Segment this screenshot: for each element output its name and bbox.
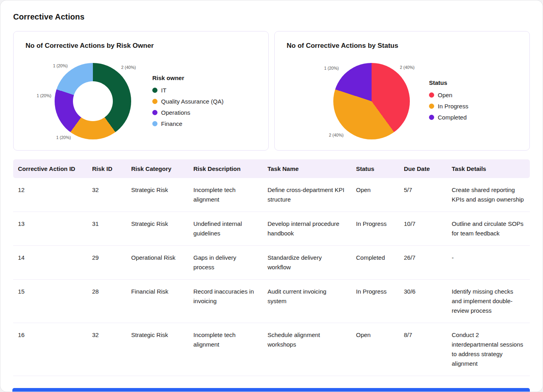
table-row: 1429Operational RiskGaps in delivery pro… (13, 246, 530, 280)
legend-color-dot (152, 88, 157, 93)
table-cell: 30/6 (399, 280, 447, 323)
charts-row: No of Corrective Actions by Risk Owner 2… (13, 31, 530, 151)
table-cell: 32 (87, 323, 126, 376)
legend-color-dot (152, 121, 157, 126)
legend-item-label: Open (438, 92, 452, 98)
column-header-task-details: Task Details (447, 159, 530, 178)
legend-title: Risk owner (152, 74, 224, 81)
column-header-task-name: Task Name (263, 159, 351, 178)
table-cell: 26/7 (399, 246, 447, 280)
table-body: 1232Strategic RiskIncomplete tech alignm… (13, 178, 530, 376)
table-cell: Financial Risk (126, 280, 189, 323)
table-cell: Open (351, 323, 399, 376)
slice-label: 1 (20%) (56, 135, 71, 140)
table-cell: Completed (351, 246, 399, 280)
risk-owner-legend: Risk owner IT Quality Assurance (QA) Ope… (152, 74, 224, 131)
table-cell: Open (351, 178, 399, 212)
risk-owner-donut-chart[interactable] (55, 63, 131, 139)
table-row: 1632Strategic RiskIncomplete tech alignm… (13, 323, 530, 376)
corrective-actions-table-wrap: Corrective Action ID Risk ID Risk Catego… (13, 159, 530, 376)
slice-label: 1 (20%) (324, 66, 339, 71)
slice-label: 1 (20%) (53, 63, 68, 68)
slice-label: 1 (20%) (37, 93, 51, 98)
table-cell: - (447, 246, 530, 280)
table-cell: 12 (13, 178, 87, 212)
table-cell: Incomplete tech alignment (189, 178, 263, 212)
table-cell: Conduct 2 interdepartmental sessions to … (447, 323, 530, 376)
table-cell: 15 (13, 280, 87, 323)
legend-color-dot (152, 110, 157, 115)
table-cell: Strategic Risk (126, 212, 189, 246)
table-cell: 32 (87, 178, 126, 212)
table-cell: 5/7 (399, 178, 447, 212)
column-header-risk-id: Risk ID (87, 159, 126, 178)
table-cell: Record inaccuracies in invoicing (189, 280, 263, 323)
table-cell: 29 (87, 246, 126, 280)
legend-item[interactable]: Completed (429, 114, 468, 121)
table-cell: Audit current invoicing system (263, 280, 351, 323)
table-cell: Undefined internal guidelines (189, 212, 263, 246)
chart-title: No of Corrective Actions by Status (275, 31, 529, 50)
slice-label: 2 (40%) (121, 65, 136, 70)
table-cell: Develop internal procedure handbook (263, 212, 351, 246)
corrective-actions-table: Corrective Action ID Risk ID Risk Catego… (13, 159, 530, 376)
status-chart-card: No of Corrective Actions by Status 2 (40… (274, 31, 530, 151)
legend-color-dot (429, 115, 434, 120)
legend-item-label: Completed (438, 114, 467, 121)
table-header-row: Corrective Action ID Risk ID Risk Catego… (13, 159, 530, 178)
legend-item[interactable]: Operations (152, 109, 224, 116)
table-cell: Incomplete tech alignment (189, 323, 263, 376)
table-cell: 31 (87, 212, 126, 246)
slice-label: 2 (40%) (400, 65, 415, 70)
table-cell: 10/7 (399, 212, 447, 246)
table-cell: Strategic Risk (126, 178, 189, 212)
table-cell: Create shared reporting KPIs and assign … (447, 178, 530, 212)
table-cell: 14 (13, 246, 87, 280)
table-cell: Operational Risk (126, 246, 189, 280)
legend-title: Status (429, 79, 468, 86)
column-header-risk-description: Risk Description (189, 159, 263, 178)
table-row: 1232Strategic RiskIncomplete tech alignm… (13, 178, 530, 212)
legend-item[interactable]: Open (429, 92, 468, 98)
column-header-corrective-action-id: Corrective Action ID (13, 159, 87, 178)
legend-item-label: Operations (161, 109, 190, 116)
legend-item-label: Finance (161, 120, 182, 127)
table-cell: 8/7 (399, 323, 447, 376)
legend-item-label: Quality Assurance (QA) (161, 98, 224, 105)
legend-color-dot (429, 92, 434, 98)
column-header-risk-category: Risk Category (126, 159, 189, 178)
table-cell: Standardize delivery workflow (263, 246, 351, 280)
page-title: Corrective Actions (0, 0, 543, 31)
horizontal-scrollbar[interactable] (12, 388, 530, 392)
table-row: 1331Strategic RiskUndefined internal gui… (13, 212, 530, 246)
legend-item-label: IT (161, 87, 166, 94)
table-cell: Identify missing checks and implement do… (447, 280, 530, 323)
table-cell: Gaps in delivery process (189, 246, 263, 280)
legend-item[interactable]: Finance (152, 120, 224, 127)
table-cell: In Progress (351, 280, 399, 323)
table-row: 1528Financial RiskRecord inaccuracies in… (13, 280, 530, 323)
legend-item[interactable]: IT (152, 87, 224, 94)
column-header-status: Status (351, 159, 399, 178)
risk-owner-chart-card: No of Corrective Actions by Risk Owner 2… (13, 31, 269, 151)
status-legend: Status Open In Progress Completed (429, 79, 468, 125)
table-cell: Outline and circulate SOPs for team feed… (447, 212, 530, 246)
legend-item[interactable]: In Progress (429, 103, 468, 110)
legend-item-label: In Progress (438, 103, 468, 110)
legend-color-dot (429, 104, 434, 109)
legend-color-dot (152, 99, 157, 104)
legend-item[interactable]: Quality Assurance (QA) (152, 98, 224, 105)
table-cell: Schedule alignment workshops (263, 323, 351, 376)
table-cell: 16 (13, 323, 87, 376)
table-cell: In Progress (351, 212, 399, 246)
table-cell: Define cross-department KPI structure (263, 178, 351, 212)
table-cell: 28 (87, 280, 126, 323)
table-cell: Strategic Risk (126, 323, 189, 376)
chart-title: No of Corrective Actions by Risk Owner (14, 31, 268, 50)
column-header-due-date: Due Date (399, 159, 447, 178)
corrective-actions-page: Corrective Actions No of Corrective Acti… (0, 0, 543, 392)
table-cell: 13 (13, 212, 87, 246)
slice-label: 2 (40%) (329, 133, 344, 137)
status-pie-chart[interactable] (333, 63, 410, 139)
